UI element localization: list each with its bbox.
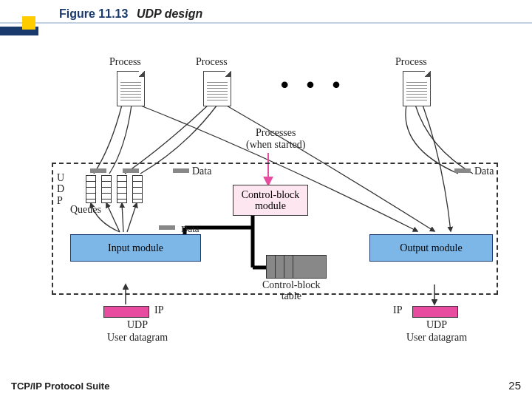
queue-icon	[86, 175, 96, 203]
process-sheet-icon	[117, 71, 145, 106]
control-block-table-label: Control-block table	[262, 279, 321, 302]
process-sheet-icon	[203, 71, 231, 106]
process-label-3: Process	[395, 56, 427, 68]
page-number: 25	[508, 379, 521, 392]
ip-bar-output	[412, 306, 458, 318]
udp-side-label: U D P	[57, 172, 64, 206]
processes-started-label: Processes (when started)	[246, 127, 305, 151]
header-underline	[0, 22, 532, 24]
control-block-table-icon	[266, 255, 327, 279]
control-block-module-box: Control-block module	[233, 185, 308, 216]
udp-user-datagram-left: UDP User datagram	[107, 319, 168, 344]
udp-design-diagram: Process Process • • • Process Data Data …	[44, 59, 502, 347]
ip-label-input: IP	[154, 304, 163, 316]
figure-title: UDP design	[137, 7, 202, 21]
ellipsis-icon: • • •	[281, 72, 346, 98]
input-module-box: Input module	[70, 234, 201, 262]
ip-label-output: IP	[393, 304, 402, 316]
data-label-3: Data	[181, 223, 200, 235]
ip-bar-input	[103, 306, 149, 318]
header-bullet-icon	[22, 16, 35, 30]
udp-user-datagram-right: UDP User datagram	[406, 319, 467, 344]
footer-text: TCP/IP Protocol Suite	[11, 381, 109, 392]
output-module-box: Output module	[369, 234, 493, 262]
process-label-2: Process	[196, 56, 228, 68]
figure-number: Figure 11.13	[59, 7, 128, 21]
queues-label: Queues	[70, 204, 101, 216]
data-connector-icon	[159, 225, 175, 230]
process-label-1: Process	[109, 56, 141, 68]
queue-icon	[101, 175, 112, 203]
queue-icon	[132, 175, 143, 203]
process-sheet-icon	[403, 71, 431, 106]
queue-icon	[117, 175, 127, 203]
